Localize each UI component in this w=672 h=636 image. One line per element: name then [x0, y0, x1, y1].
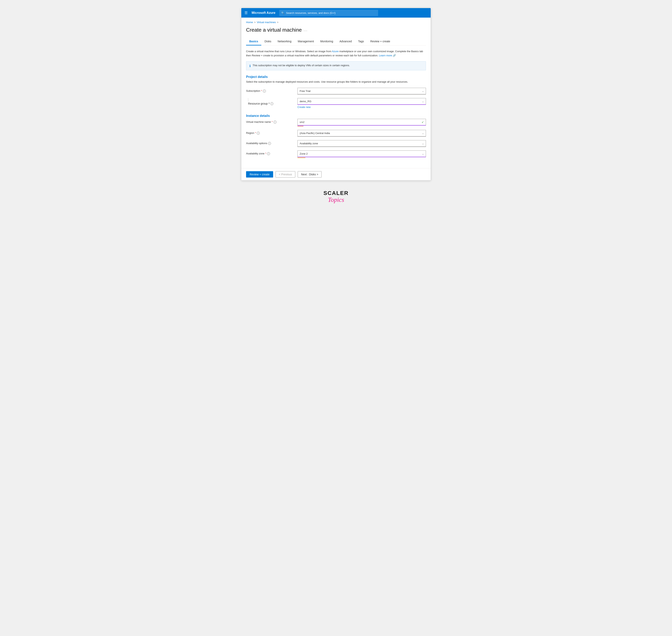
main-content: Home > Virtual machines > Create a virtu…	[241, 18, 431, 168]
subscription-row: Subscription * i Free Trial ⌄	[246, 88, 426, 95]
page-description: Create a virtual machine that runs Linux…	[246, 49, 426, 58]
instance-details-heading: Instance details	[246, 114, 426, 118]
availability-zone-underline	[298, 158, 305, 158]
tab-advanced[interactable]: Advanced	[337, 38, 355, 45]
resource-group-label-area: Resource group * i	[246, 98, 293, 105]
project-details-description: Select the subscription to manage deploy…	[246, 80, 426, 84]
availability-zone-info-icon[interactable]: i	[267, 152, 270, 155]
hamburger-icon[interactable]: ☰	[244, 11, 248, 15]
subscription-select[interactable]: Free Trial	[298, 88, 426, 95]
search-input[interactable]	[286, 12, 376, 15]
scaler-title: SCALER	[323, 191, 348, 196]
create-new-link[interactable]: Create new	[298, 105, 310, 108]
region-control: (Asia Pacific) Central India ⌄	[298, 130, 426, 137]
azure-navbar: ☰ Microsoft Azure 🔍	[241, 8, 431, 18]
region-info-icon[interactable]: i	[257, 132, 260, 135]
vm-name-input[interactable]	[298, 119, 426, 125]
tab-management[interactable]: Management	[294, 38, 317, 45]
region-required: *	[255, 132, 256, 135]
availability-zone-required: *	[265, 152, 266, 155]
azure-brand: Microsoft Azure	[251, 11, 275, 15]
region-select-wrapper: (Asia Pacific) Central India ⌄	[298, 130, 426, 137]
region-label: Region	[246, 132, 254, 135]
region-select[interactable]: (Asia Pacific) Central India	[298, 130, 426, 137]
subscription-select-wrapper: Free Trial ⌄	[298, 88, 426, 95]
subscription-info-icon[interactable]: i	[263, 90, 266, 93]
availability-zone-label: Availability zone	[246, 152, 264, 155]
availability-options-select[interactable]: Availability zone	[298, 140, 426, 147]
resource-group-select[interactable]: demo_RG	[298, 98, 426, 105]
availability-zone-row: Availability zone * i Zone 2 ⌄	[246, 151, 426, 158]
breadcrumb-home[interactable]: Home	[246, 21, 253, 24]
info-banner: ℹ This subscription may not be eligible …	[246, 61, 426, 71]
scaler-logo: SCALER Topics	[323, 191, 348, 203]
review-create-button[interactable]: Review + create	[246, 171, 273, 178]
resource-group-control: demo_RG ⌄ Create new	[298, 98, 426, 108]
action-bar: Review + create < Previous Next : Disks …	[241, 168, 431, 180]
project-details-heading: Project details	[246, 75, 426, 79]
vm-name-required: *	[272, 120, 273, 123]
breadcrumb-separator-1: >	[254, 21, 256, 24]
resource-group-wrapper: Resource group * i demo_RG ⌄ Create new	[246, 98, 426, 108]
availability-options-row: Availability options i Availability zone…	[246, 140, 426, 147]
availability-zone-select[interactable]: Zone 2	[298, 151, 426, 157]
subscription-required: *	[261, 90, 262, 92]
vm-name-label: Virtual machine name	[246, 120, 271, 123]
breadcrumb: Home > Virtual machines >	[246, 21, 426, 24]
resource-group-label: Resource group	[248, 102, 268, 105]
vm-name-info-icon[interactable]: i	[273, 121, 277, 123]
availability-zone-label-col: Availability zone * i	[246, 151, 293, 155]
region-label-col: Region * i	[246, 130, 293, 135]
subscription-label: Subscription	[246, 90, 260, 92]
search-bar[interactable]: 🔍	[279, 10, 378, 16]
tab-review-create[interactable]: Review + create	[367, 38, 393, 45]
page-title-row: Create a virtual machine ...	[246, 27, 426, 33]
availability-options-info-icon[interactable]: i	[268, 142, 271, 145]
breadcrumb-vms[interactable]: Virtual machines	[257, 21, 276, 24]
instance-details-section: Instance details Virtual machine name * …	[246, 114, 426, 158]
previous-button[interactable]: < Previous	[276, 171, 296, 178]
resource-group-select-wrapper: demo_RG ⌄	[298, 98, 426, 105]
vm-name-label-col: Virtual machine name * i	[246, 119, 293, 123]
availability-zone-select-wrapper: Zone 2 ⌄	[298, 151, 426, 157]
tab-basics[interactable]: Basics	[246, 38, 261, 45]
subscription-control: Free Trial ⌄	[298, 88, 426, 95]
scaler-subtitle: Topics	[323, 196, 348, 203]
vm-name-underline	[298, 126, 303, 126]
vm-name-row: Virtual machine name * i ✓	[246, 119, 426, 126]
next-button[interactable]: Next : Disks >	[298, 171, 322, 178]
tab-monitoring[interactable]: Monitoring	[317, 38, 336, 45]
tab-disks[interactable]: Disks	[261, 38, 274, 45]
resource-group-info-icon[interactable]: i	[270, 102, 273, 105]
breadcrumb-separator-2: >	[277, 21, 279, 24]
azure-link[interactable]: Azure	[332, 50, 339, 53]
info-banner-icon: ℹ	[249, 64, 251, 68]
vm-name-check-icon: ✓	[422, 121, 424, 124]
availability-zone-control: Zone 2 ⌄	[298, 151, 426, 158]
resource-group-required: *	[269, 102, 270, 105]
title-ellipsis: ...	[304, 28, 308, 32]
tab-networking[interactable]: Networking	[274, 38, 294, 45]
info-banner-message: This subscription may not be eligible to…	[252, 64, 350, 67]
tab-tags[interactable]: Tags	[355, 38, 367, 45]
page-title: Create a virtual machine	[246, 27, 302, 33]
availability-options-control: Availability zone ⌄	[298, 140, 426, 147]
vm-name-input-wrapper: ✓	[298, 119, 426, 125]
vm-name-control: ✓	[298, 119, 426, 126]
subscription-label-col: Subscription * i	[246, 88, 293, 93]
availability-options-select-wrapper: Availability zone ⌄	[298, 140, 426, 147]
project-details-section: Project details Select the subscription …	[246, 75, 426, 109]
region-row: Region * i (Asia Pacific) Central India …	[246, 130, 426, 137]
tab-bar: Basics Disks Networking Management Monit…	[246, 38, 426, 45]
browser-window: ☰ Microsoft Azure 🔍 Home > Virtual machi…	[241, 8, 431, 180]
search-icon: 🔍	[281, 12, 284, 15]
availability-options-label-col: Availability options i	[246, 140, 293, 145]
availability-options-label: Availability options	[246, 142, 267, 145]
learn-more-link[interactable]: Learn more	[379, 54, 392, 57]
